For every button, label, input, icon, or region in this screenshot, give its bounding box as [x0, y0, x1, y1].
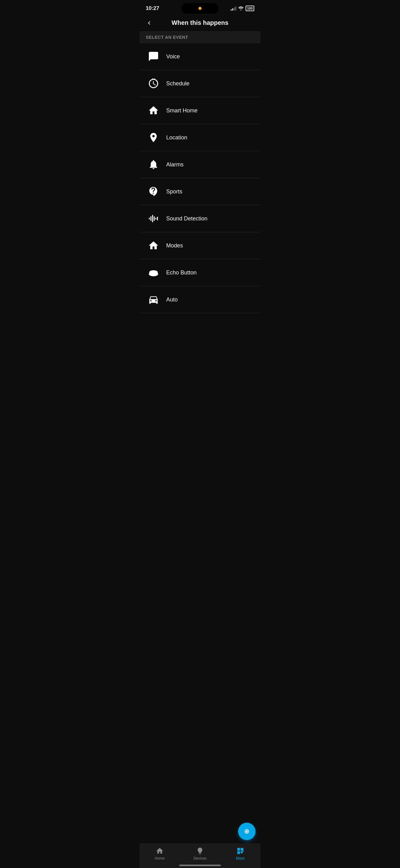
dynamic-island [181, 3, 219, 14]
island-dot [198, 7, 202, 10]
list-item[interactable]: Sound Detection [139, 205, 261, 232]
sound-detection-icon [146, 211, 161, 226]
auto-label: Auto [166, 297, 178, 303]
sports-label: Sports [166, 188, 182, 195]
svg-rect-8 [155, 218, 156, 219]
modes-icon [146, 238, 161, 253]
battery-level: 100 [245, 6, 254, 11]
status-bar: 10:27 🔕 100 [139, 0, 261, 16]
svg-rect-0 [152, 79, 153, 80]
alarms-label: Alarms [166, 161, 184, 168]
location-label: Location [166, 134, 187, 141]
list-item[interactable]: Smart Home [139, 97, 261, 124]
svg-point-13 [149, 270, 158, 274]
list-item[interactable]: Sports [139, 178, 261, 205]
status-icons: 100 [231, 6, 254, 11]
status-time: 10:27 [146, 5, 159, 11]
list-item[interactable]: Schedule [139, 70, 261, 97]
modes-label: Modes [166, 243, 183, 249]
echo-button-icon [146, 265, 161, 280]
back-button[interactable] [146, 20, 153, 26]
svg-rect-9 [157, 217, 158, 220]
list-item[interactable]: Auto [139, 286, 261, 313]
svg-rect-5 [151, 216, 151, 221]
list-item[interactable]: Modes [139, 232, 261, 259]
echo-button-label: Echo Button [166, 270, 197, 276]
events-list: Voice Schedule Smart Home [139, 43, 261, 344]
sound-detection-label: Sound Detection [166, 215, 207, 222]
svg-rect-6 [152, 215, 153, 222]
list-item[interactable]: Location [139, 124, 261, 151]
schedule-icon [146, 76, 161, 91]
list-item[interactable]: Alarms [139, 151, 261, 178]
voice-label: Voice [166, 53, 180, 60]
battery-indicator: 100 [245, 6, 254, 11]
auto-icon [146, 292, 161, 307]
smart-home-icon [146, 103, 161, 118]
page-title: When this happens [171, 19, 228, 26]
location-icon [146, 130, 161, 145]
schedule-label: Schedule [166, 81, 190, 87]
wifi-icon [238, 6, 244, 10]
section-header: Select An Event [139, 31, 261, 43]
signal-icon [231, 6, 236, 10]
voice-icon [146, 49, 161, 64]
alarms-icon [146, 157, 161, 172]
sports-icon [146, 184, 161, 199]
svg-rect-1 [154, 79, 155, 80]
svg-rect-4 [149, 218, 150, 219]
svg-rect-7 [154, 216, 155, 221]
smart-home-label: Smart Home [166, 107, 198, 114]
list-item[interactable]: Voice [139, 43, 261, 70]
page-header: When this happens [139, 16, 261, 31]
list-item[interactable]: Echo Button [139, 259, 261, 286]
